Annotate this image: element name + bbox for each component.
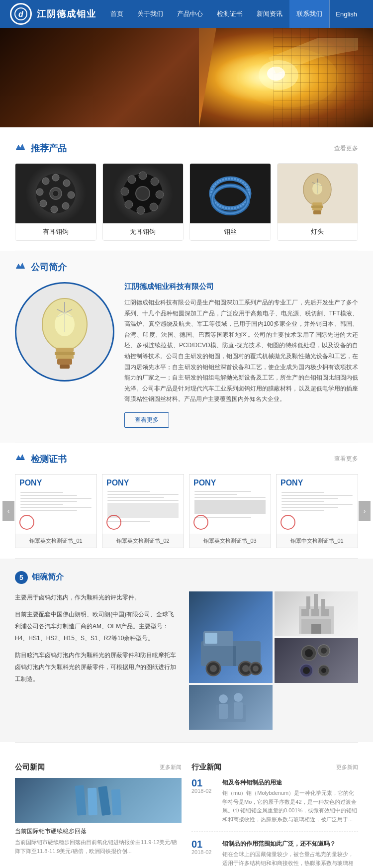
products-view-more[interactable]: 查看更多 xyxy=(334,144,358,153)
cert-label-1: 钼罩英文检测证书_01 xyxy=(15,534,96,548)
svg-text:d: d xyxy=(18,10,24,18)
cert-img-4: PONY xyxy=(277,475,358,534)
cert-line xyxy=(20,507,92,508)
nav-english[interactable]: English xyxy=(329,0,363,28)
cert-img-1: PONY xyxy=(15,475,96,534)
certs-slider: ‹ PONY 钼罩英文检测证书_01 xyxy=(0,474,373,548)
moly-img-meeting xyxy=(189,685,273,730)
svg-point-74 xyxy=(321,668,326,673)
svg-rect-50 xyxy=(205,633,217,644)
svg-rect-64 xyxy=(306,596,310,609)
svg-point-37 xyxy=(312,183,322,194)
cert-line xyxy=(107,500,179,501)
svg-rect-78 xyxy=(219,704,228,719)
svg-point-22 xyxy=(125,200,133,208)
company-section: 公司简介 江阴德成钼业科技有限公司 江阴德成钼业科技有限公司是生产钼圆深加工系列… xyxy=(0,251,373,443)
molybdenum-section: 5 钼碗简介 主要用于卤钨灯泡内，作为颗科光的评比零件。 目前主要配套中国佛山朗… xyxy=(0,559,373,742)
product-card-2[interactable]: 无耳钼钩 xyxy=(102,163,184,241)
company-full-name: 江阴德成钼业科技有限公司 xyxy=(124,282,358,291)
cert-line xyxy=(281,504,353,505)
slider-prev-btn[interactable]: ‹ xyxy=(2,501,14,521)
company-news-title-row: 公司新闻 更多新闻 xyxy=(15,763,182,772)
company-news-headline[interactable]: 当前国际钼市硬续稳步回落 xyxy=(15,827,182,836)
svg-rect-66 xyxy=(321,599,325,609)
industry-title-2[interactable]: 钼制品的作用范围如此广泛，还不知道吗？ xyxy=(222,839,358,848)
nav-products[interactable]: 产品中心 xyxy=(170,0,210,28)
nav-contact[interactable]: 联系我们 xyxy=(289,0,329,28)
svg-point-76 xyxy=(219,694,228,703)
cert-line xyxy=(194,491,251,492)
products-grid: 有耳钼钩 xyxy=(15,163,358,241)
cert-card-4[interactable]: PONY 钼罩中文检测证书_01 xyxy=(276,474,358,548)
industry-title-1[interactable]: 钼及各种钼制品的用途 xyxy=(222,778,358,787)
moly-para-3: 防目眩汽车卤钨灯泡内作为颗科光的屏蔽零件和防目眩摩托车卤钨灯泡内作为颗科光的屏蔽… xyxy=(15,649,179,685)
svg-point-20 xyxy=(150,203,158,211)
truck-svg xyxy=(196,591,266,683)
certs-grid: PONY 钼罩英文检测证书_01 PO xyxy=(15,474,358,548)
svg-point-19 xyxy=(156,191,164,198)
nav-home[interactable]: 首页 xyxy=(103,0,130,28)
news-rod-1 xyxy=(75,785,86,815)
company-section-title: 公司简介 xyxy=(15,261,67,273)
svg-point-55 xyxy=(242,665,249,672)
company-more-btn[interactable]: 查看更多 xyxy=(124,412,169,428)
svg-rect-34 xyxy=(313,210,321,214)
cert-card-3[interactable]: PONY 钼罩英文检测证书_03 xyxy=(189,474,271,548)
cert-card-1[interactable]: PONY 钼罩英文检测证书_01 xyxy=(15,474,97,548)
hero-left xyxy=(0,28,199,127)
logo-icon: d xyxy=(10,3,32,25)
cert-line xyxy=(281,495,353,496)
company-image xyxy=(15,282,114,382)
cert-line xyxy=(20,495,77,496)
moly-images-grid xyxy=(189,591,358,730)
moly-title-label: 钼碗简介 xyxy=(32,572,64,582)
slider-next-btn[interactable]: › xyxy=(359,501,371,521)
products-section-title: 推荐产品 xyxy=(15,142,67,154)
cert-card-2[interactable]: PONY 钼罩英文检测证书_02 xyxy=(102,474,184,548)
cert-label-3: 钼罩英文检测证书_03 xyxy=(189,534,271,548)
product-img-4 xyxy=(278,164,358,223)
product-card-4[interactable]: 灯头 xyxy=(277,163,359,241)
svg-rect-59 xyxy=(301,609,309,616)
industry-news-label: 行业新闻 xyxy=(191,763,221,772)
news-rod-2 xyxy=(88,788,97,816)
product-card-1[interactable]: 有耳钼钩 xyxy=(15,163,96,241)
company-news-more[interactable]: 更多新闻 xyxy=(160,764,182,771)
certs-title-label: 检测证书 xyxy=(31,453,67,465)
nav-certs[interactable]: 检测证书 xyxy=(210,0,250,28)
cert-line xyxy=(107,494,179,495)
nav-news[interactable]: 新闻资讯 xyxy=(250,0,289,28)
certs-view-more[interactable]: 查看更多 xyxy=(334,455,358,463)
pony-logo-3: PONY xyxy=(193,479,216,487)
meeting-svg xyxy=(211,685,251,730)
svg-rect-65 xyxy=(314,594,318,609)
moly-text-area: 主要用于卤钨灯泡内，作为颗科光的评比零件。 目前主要配套中国佛山朗明、欧司朗(中… xyxy=(15,591,179,730)
moly-para-1: 主要用于卤钨灯泡内，作为颗科光的评比零件。 xyxy=(15,591,179,603)
svg-point-7 xyxy=(63,180,70,187)
product-card-3[interactable]: 钼丝 xyxy=(189,163,271,241)
cert-label-2: 钼罩英文检测证书_02 xyxy=(102,534,184,548)
products-title-label: 推荐产品 xyxy=(31,142,67,154)
main-nav: 首页 关于我们 产品中心 检测证书 新闻资讯 联系我们 English xyxy=(103,0,363,28)
cert-stamp-1 xyxy=(19,515,34,530)
moly-img-parts xyxy=(275,638,358,683)
cert-line xyxy=(20,504,63,505)
company-news-excerpt: 当前国际钼市硬续稳步回落由目前氧化钼进纳报价由11.9-12美元/磅降下降至11… xyxy=(15,838,182,856)
industry-news-more[interactable]: 更多新闻 xyxy=(336,764,358,771)
industry-content-1: 钼及各种钼制品的用途 钼（mu）钼（Molybdenum）是一种化学元素，它的化… xyxy=(222,778,358,824)
company-text-area: 江阴德成钼业科技有限公司 江阴德成钼业科技有限公司是生产钼圆深加工系列产品的专业… xyxy=(124,282,358,428)
pony-logo-4: PONY xyxy=(280,479,303,487)
product-img-3 xyxy=(190,164,271,223)
products-title-row: 推荐产品 查看更多 xyxy=(15,142,358,154)
cert-line xyxy=(281,510,324,511)
svg-point-77 xyxy=(234,693,243,702)
cert-stamp-2 xyxy=(106,515,121,530)
svg-point-23 xyxy=(121,188,129,195)
nav-about[interactable]: 关于我们 xyxy=(130,0,170,28)
industry-desc-2: 钼在全球上的国藏储量较少，被合量占地壳的量较少，适用于许多结构钼和和商接收性，热… xyxy=(222,850,358,868)
factory-svg xyxy=(296,591,336,636)
cert-label-4: 钼罩中文检测证书_01 xyxy=(277,534,358,548)
industry-month-2: 2018-02 xyxy=(191,849,216,855)
cert-line xyxy=(20,510,77,511)
svg-rect-32 xyxy=(311,205,323,208)
